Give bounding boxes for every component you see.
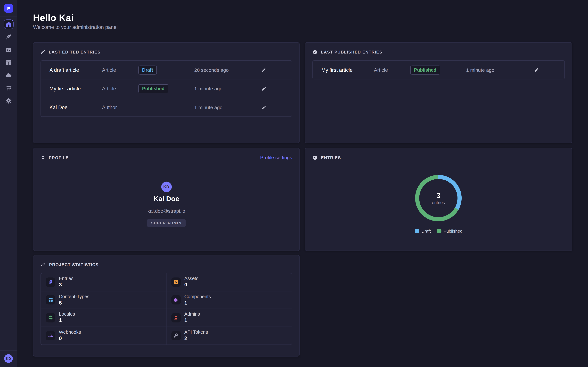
feather-icon — [5, 34, 12, 41]
sidebar-item-media-library[interactable] — [4, 45, 13, 55]
status-badge: Published — [410, 65, 440, 74]
edit-entry-button[interactable] — [261, 104, 267, 110]
entries-total: 3 — [436, 191, 441, 200]
user-avatar[interactable]: KD — [4, 354, 13, 363]
edit-entry-button[interactable] — [261, 67, 267, 73]
project-statistics-card: PROJECT STATISTICS Entries 3 — [33, 255, 300, 357]
status-badge: Draft — [138, 65, 157, 74]
cloud-icon — [5, 72, 12, 79]
stat-locales: Locales 1 — [41, 309, 166, 327]
entry-time: 1 minute ago — [466, 67, 494, 73]
entry-name: A draft article — [50, 67, 79, 73]
stat-label: Locales — [59, 312, 75, 317]
legend-item-published: Published — [437, 229, 462, 234]
layout-icon — [5, 59, 12, 66]
stat-text: Admins 1 — [184, 312, 200, 324]
profile-card: PROFILE Profile settings KD Kai Doe kai.… — [33, 148, 300, 251]
stat-admins: Admins 1 — [166, 309, 292, 327]
pencil-icon — [261, 67, 266, 72]
stat-text: Components 1 — [184, 294, 211, 306]
entry-time: 1 minute ago — [194, 86, 223, 91]
stat-tile — [46, 277, 55, 287]
sidebar-item-marketplace[interactable] — [4, 83, 13, 93]
entry-row: Kai Doe Author - 1 minute ago — [41, 98, 292, 117]
entry-name: My first article — [50, 86, 81, 91]
webhook-icon — [48, 333, 53, 338]
stat-value: 0 — [184, 282, 198, 288]
stat-label: Entries — [59, 276, 73, 282]
stat-label: Webhooks — [59, 330, 81, 335]
check-circle-icon — [312, 50, 318, 55]
stat-content-types: Content-Types 6 — [41, 291, 166, 309]
entry-name: Kai Doe — [50, 105, 68, 110]
stat-text: Entries 3 — [59, 276, 73, 288]
entry-status: Published — [138, 84, 168, 93]
user-icon — [41, 155, 45, 160]
entry-status: Draft — [138, 65, 157, 74]
profile-name: Kai Doe — [33, 195, 299, 203]
edit-entry-button[interactable] — [261, 85, 267, 92]
profile-email: kai.doe@strapi.io — [33, 208, 299, 214]
sidebar-item-settings[interactable] — [4, 96, 13, 106]
card-header: PROFILE — [41, 155, 69, 160]
stat-entries: Entries 3 — [41, 273, 166, 291]
stat-value: 1 — [184, 300, 211, 306]
last-edited-entries-card: LAST EDITED ENTRIES A draft article Arti… — [33, 42, 300, 143]
strapi-admin-homepage: KD Hello Kai Welcome to your administrat… — [0, 0, 588, 367]
sidebar-divider — [0, 16, 17, 17]
legend-item-draft: Draft — [415, 229, 431, 234]
sidebar-footer: KD — [0, 350, 17, 367]
stat-value: 2 — [184, 335, 208, 342]
legend-label: Draft — [421, 229, 431, 234]
card-title: PROJECT STATISTICS — [49, 262, 99, 267]
entry-type: Author — [102, 105, 117, 110]
entry-row: A draft article Article Draft 20 seconds… — [41, 61, 292, 79]
sidebar-item-home[interactable] — [4, 19, 13, 29]
sidebar-item-cloud[interactable] — [4, 70, 13, 80]
entry-type: Article — [102, 86, 116, 91]
gear-icon — [5, 97, 12, 104]
chart-legend: Draft Published — [305, 229, 572, 234]
card-title: LAST PUBLISHED ENTRIES — [321, 50, 382, 54]
sidebar-item-content-type-builder[interactable] — [4, 58, 13, 67]
stat-components: Components 1 — [166, 291, 292, 309]
edit-entry-button[interactable] — [533, 67, 540, 73]
sidebar-item-content-manager[interactable] — [4, 32, 13, 42]
strapi-logo[interactable] — [4, 4, 13, 13]
pencil-icon — [261, 86, 266, 91]
published-swatch — [437, 229, 441, 234]
last-edited-table: A draft article Article Draft 20 seconds… — [41, 60, 292, 117]
entry-row: My first article Article Published 1 min… — [41, 79, 292, 98]
pencil-icon — [261, 105, 266, 110]
stat-tile — [46, 295, 55, 305]
sidebar-footer-divider — [0, 350, 17, 350]
stat-label: Content-Types — [59, 294, 89, 300]
stat-webhooks: Webhooks 0 — [41, 327, 166, 344]
card-title: LAST EDITED ENTRIES — [49, 50, 100, 54]
home-icon — [5, 21, 12, 28]
entry-status: Published — [410, 65, 440, 74]
stat-label: Components — [184, 294, 211, 300]
stat-label: Admins — [184, 312, 200, 317]
stat-value: 3 — [59, 282, 73, 288]
stat-value: 0 — [59, 335, 81, 342]
card-header: ENTRIES — [312, 155, 341, 160]
entry-row: My first article Article Published 1 min… — [313, 61, 564, 79]
profile-avatar: KD — [161, 182, 172, 192]
card-header: LAST PUBLISHED ENTRIES — [312, 50, 382, 55]
stat-label: API Tokens — [184, 330, 208, 335]
pencil-icon — [534, 67, 539, 72]
stat-text: Content-Types 6 — [59, 294, 89, 306]
profile-settings-link[interactable]: Profile settings — [260, 155, 292, 160]
stat-value: 6 — [59, 300, 89, 306]
sidebar: KD — [0, 0, 17, 367]
pictures-icon — [173, 279, 179, 285]
stat-assets: Assets 0 — [166, 273, 292, 291]
globe-icon — [48, 315, 53, 320]
stat-text: Assets 0 — [184, 276, 198, 288]
user-icon — [173, 315, 179, 320]
trend-up-icon — [41, 262, 46, 267]
stat-tile — [171, 313, 181, 322]
images-icon — [5, 47, 12, 53]
entry-status: - — [138, 104, 140, 111]
